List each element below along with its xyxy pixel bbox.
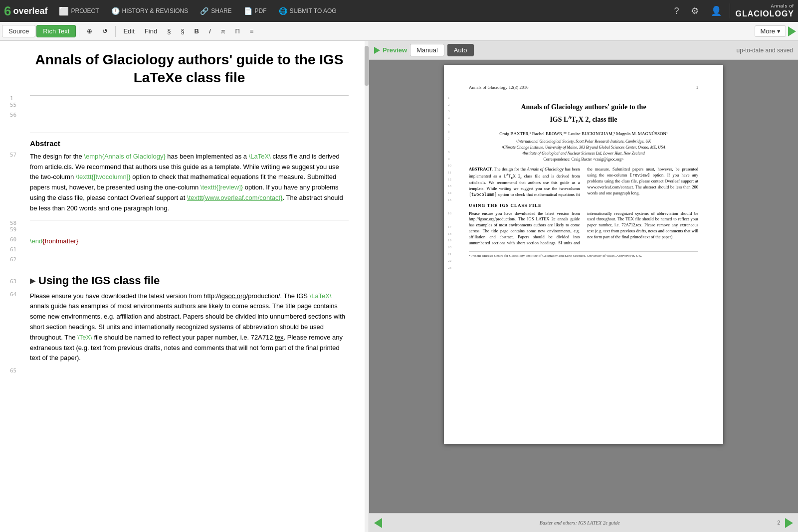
- toolbar-divider-1: [79, 26, 79, 37]
- section-expand-icon[interactable]: ▶: [30, 277, 35, 285]
- pdf-header-left: Annals of Glaciology 12(3) 2016: [469, 85, 528, 90]
- brand-six: 6: [4, 3, 11, 19]
- tex-underline: tex: [275, 334, 283, 341]
- project-label: PROJECT: [71, 7, 99, 14]
- find-btn[interactable]: Find: [140, 25, 162, 37]
- preview-content[interactable]: Annals of Glaciology 12(3) 2016 1 123456…: [369, 60, 798, 513]
- line-number-1: 1: [10, 95, 13, 102]
- line-55-area: 55 56: [30, 102, 349, 127]
- section2-heading: ▶ Using the IGS class file: [30, 274, 349, 287]
- pdf-title-line1: Annals of Glaciology authors' guide to t…: [469, 102, 698, 112]
- source-tab[interactable]: Source: [2, 25, 35, 37]
- next-page-button[interactable]: [785, 518, 793, 528]
- section2-btn[interactable]: §: [176, 25, 189, 37]
- navbar: 6 overleaf ⬜ PROJECT 🕐 HISTORY & REVISIO…: [0, 0, 798, 22]
- table-btn[interactable]: П: [231, 25, 244, 37]
- submit-button[interactable]: 🌐 SUBMIT TO AOG: [274, 2, 342, 19]
- pdf-line-numbers: 1234567 89101112131415 16 17181920212223: [448, 95, 451, 272]
- pdf-header-right: 1: [696, 85, 699, 90]
- pdf-corr: Correspondence: Craig Baxter <craig@igso…: [469, 157, 698, 162]
- line-58-area: 58: [30, 220, 349, 220]
- navbar-right: ? ⚙ 👤 Annals of GLACIOLOGY: [670, 3, 794, 18]
- igsoc-url: igsoc.org: [220, 292, 246, 300]
- page-nav-right: 2: [777, 518, 793, 528]
- section2-area: 63 ▶ Using the IGS class file: [30, 274, 349, 287]
- editor-scrollbar[interactable]: [365, 41, 369, 532]
- line-number-65: 65: [10, 367, 16, 374]
- rich-text-tab[interactable]: Rich Text: [36, 25, 76, 37]
- tex-emph: \emph: [84, 153, 102, 160]
- tex-tex: \TeX\: [77, 334, 92, 341]
- pdf-header: Annals of Glaciology 12(3) 2016 1: [469, 85, 698, 92]
- brand-leaf: overleaf: [13, 6, 47, 16]
- section2-title: Using the IGS class file: [38, 274, 160, 287]
- line-number-55: 55: [10, 102, 16, 108]
- submit-icon: 🌐: [279, 7, 287, 15]
- divider-1: [30, 133, 349, 133]
- compile-button[interactable]: Preview: [374, 46, 407, 54]
- more-label: More: [760, 27, 775, 35]
- share-button[interactable]: 🔗 SHARE: [195, 2, 236, 19]
- settings-icon[interactable]: ⚙: [687, 3, 703, 18]
- abstract-para-area: 57 The design for the \emph{Annals of Gl…: [30, 152, 349, 214]
- preview-label: Preview: [383, 46, 407, 54]
- pdf-authors: Craig BAXTER,¹ Rachel BROWN,²* Louise BU…: [469, 131, 698, 136]
- tex-latex: \LaTeX\: [249, 153, 271, 160]
- main-layout: Annals of Glaciology authors' guide to t…: [0, 41, 798, 532]
- tex-review: \texttt{[review]}: [200, 183, 243, 191]
- tex-twocol: \texttt{[twocolumn]}: [76, 173, 131, 180]
- preview-bottom-bar: Baxter and others: IGS LATEX 2ε guide 2: [369, 513, 798, 532]
- pdf-affil1: ¹International Glaciological Society, Sc…: [469, 139, 698, 144]
- user-icon[interactable]: 👤: [707, 3, 726, 18]
- pdf-affil2: ²Climate Change Institute, University of…: [469, 145, 698, 150]
- preview-status: up-to-date and saved: [737, 47, 793, 54]
- blank-lines-area: 59 60 61 62 \end{frontmatter}: [30, 226, 349, 266]
- insert-btn[interactable]: ⊕: [82, 25, 97, 37]
- section2-paragraph[interactable]: Please ensure you have downloaded the la…: [30, 291, 349, 364]
- pdf-page-1: Annals of Glaciology 12(3) 2016 1 123456…: [444, 65, 723, 444]
- end-cmd: \end: [30, 237, 42, 245]
- abstract-heading: Abstract: [30, 139, 349, 148]
- submit-label: SUBMIT TO AOG: [290, 7, 337, 14]
- help-icon[interactable]: ?: [670, 4, 683, 18]
- history-button[interactable]: 🕐 HISTORY & REVISIONS: [106, 2, 194, 19]
- section2-para-area: 64 Please ensure you have downloaded the…: [30, 291, 349, 364]
- more-button[interactable]: More ▾: [755, 25, 786, 37]
- section-btn[interactable]: §: [163, 25, 175, 37]
- pi-btn[interactable]: π: [216, 25, 230, 37]
- line-65-area: 65: [30, 367, 349, 382]
- edit-btn[interactable]: Edit: [119, 25, 139, 37]
- brand-logo[interactable]: 6 overleaf: [4, 3, 48, 19]
- abstract-paragraph[interactable]: The design for the \emph{Annals of Glaci…: [30, 152, 349, 214]
- line-1-area: 1: [30, 95, 349, 96]
- pdf-label: PDF: [255, 7, 267, 14]
- pdf-icon: 📄: [244, 7, 252, 15]
- share-label: SHARE: [211, 7, 231, 14]
- tex-url: \texttt{www.overleaf.com/contact}: [187, 194, 282, 201]
- bold-btn[interactable]: B: [190, 25, 203, 37]
- share-icon: 🔗: [200, 7, 208, 15]
- history-btn[interactable]: ↺: [98, 25, 112, 37]
- italic-btn[interactable]: I: [204, 25, 215, 37]
- end-frontmatter: \end{frontmatter}: [30, 226, 349, 247]
- document-title: Annals of Glaciology authors' guide to t…: [30, 51, 349, 87]
- pdf-section-title: USING THE IGS CLASS FILE: [469, 203, 698, 208]
- list-btn[interactable]: ≡: [245, 25, 258, 37]
- preview-pane: Preview Manual Auto up-to-date and saved…: [369, 41, 798, 532]
- play-icon: [374, 47, 380, 54]
- pdf-affil3: ³Institute of Geological and Nuclear Sci…: [469, 151, 698, 156]
- collapse-editor-arrow[interactable]: [788, 26, 796, 36]
- pdf-button[interactable]: 📄 PDF: [239, 2, 272, 19]
- scrollbar-thumb[interactable]: [365, 46, 369, 86]
- line-number-56: 56: [10, 112, 16, 118]
- manual-tab[interactable]: Manual: [410, 44, 444, 56]
- line-number-57: 57: [10, 152, 16, 158]
- history-label: HISTORY & REVISIONS: [122, 7, 189, 14]
- pdf-title-line2: IGS LATEX 2ε class file: [469, 115, 698, 124]
- project-button[interactable]: ⬜ PROJECT: [54, 2, 104, 19]
- journal-subtitle: Annals of: [735, 3, 794, 9]
- prev-page-button[interactable]: [374, 518, 382, 528]
- auto-tab[interactable]: Auto: [447, 44, 474, 56]
- editor-pane[interactable]: Annals of Glaciology authors' guide to t…: [0, 41, 369, 532]
- tex-latex2: \LaTeX\: [310, 292, 332, 300]
